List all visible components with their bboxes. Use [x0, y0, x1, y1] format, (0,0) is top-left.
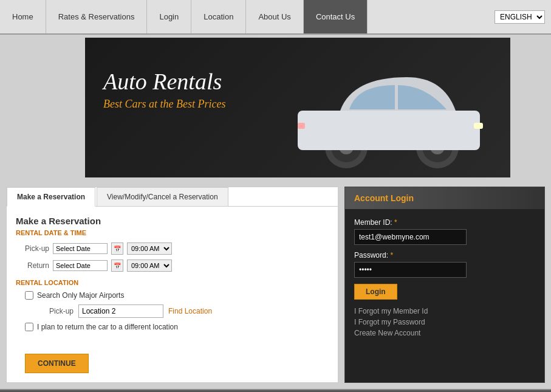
member-id-label: Member ID: * [354, 218, 535, 227]
return-date-input[interactable] [53, 260, 108, 271]
hero-wrapper: Auto Rentals Best Cars at the Best Price… [0, 35, 551, 181]
different-location-checkbox[interactable] [25, 323, 33, 331]
member-id-input[interactable] [354, 229, 467, 245]
login-header-text: Account Login [354, 193, 414, 203]
rental-location-label: RENTAL LOCATION [16, 279, 329, 286]
forgot-password-link[interactable]: I Forgot my Password [354, 318, 535, 326]
return-date-row: Return 📅 09:00 AM 10:00 AM 11:00 AM 12:0… [16, 260, 329, 272]
nav-bar: Home Rates & Reservations Login Location… [0, 0, 551, 35]
password-required-star: * [390, 251, 393, 260]
pickup-location-row: Pick-up Find Location [49, 304, 329, 318]
nav-item-about[interactable]: About Us [246, 0, 303, 33]
svg-rect-6 [298, 111, 480, 150]
forgot-member-link[interactable]: I Forgot my Member Id [354, 307, 535, 315]
pickup-date-row: Pick-up 📅 09:00 AM 10:00 AM 11:00 AM 12:… [16, 242, 329, 255]
member-required-star: * [394, 218, 397, 227]
nav-item-rates[interactable]: Rates & Reservations [46, 0, 148, 33]
password-input[interactable] [354, 262, 467, 278]
hero-text: Auto Rentals Best Cars at the Best Price… [103, 68, 225, 111]
reservation-panel: Make a Reservation View/Modify/Cancel a … [6, 187, 338, 383]
tab-make-reservation[interactable]: Make a Reservation [7, 187, 95, 207]
language-select[interactable]: ENGLISH [495, 10, 545, 24]
airport-checkbox[interactable] [25, 291, 33, 300]
continue-button[interactable]: CONTINUE [25, 354, 89, 373]
login-header: Account Login [345, 187, 544, 209]
reservation-form: Make a Reservation RENTAL DATE & TIME Pi… [7, 207, 338, 382]
nav-item-contact[interactable]: Contact Us [304, 0, 368, 33]
account-login-panel: Account Login Member ID: * Password: * L… [344, 187, 545, 383]
hero-subtitle: Best Cars at the Best Prices [103, 98, 225, 111]
calendar-icon: 📅 [114, 246, 121, 252]
main-content: Make a Reservation View/Modify/Cancel a … [0, 181, 551, 389]
lang-selector-wrapper: ENGLISH [488, 0, 551, 33]
password-label: Password: * [354, 251, 535, 260]
airport-checkbox-row: Search Only Major Airports [25, 291, 329, 300]
pickup-location-label: Pick-up [49, 307, 74, 315]
rental-date-section-label: RENTAL DATE & TIME [16, 229, 329, 236]
pickup-time-select[interactable]: 09:00 AM 10:00 AM 11:00 AM 12:00 PM 01:0… [127, 242, 172, 255]
airport-checkbox-label: Search Only Major Airports [37, 291, 124, 300]
return-calendar-button[interactable]: 📅 [111, 260, 123, 272]
login-body: Member ID: * Password: * Login I Forgot … [345, 209, 544, 349]
hero-banner: Auto Rentals Best Cars at the Best Price… [85, 38, 510, 177]
return-time-select[interactable]: 09:00 AM 10:00 AM 11:00 AM 12:00 PM 01:0… [127, 260, 172, 272]
nav-item-login[interactable]: Login [147, 0, 191, 33]
pickup-calendar-button[interactable]: 📅 [111, 242, 123, 255]
hero-title: Auto Rentals [103, 68, 225, 95]
tab-bar: Make a Reservation View/Modify/Cancel a … [7, 187, 338, 207]
return-label: Return [16, 261, 49, 270]
create-account-link[interactable]: Create New Account [354, 329, 535, 337]
different-location-row: I plan to return the car to a different … [25, 323, 329, 331]
calendar-icon: 📅 [114, 263, 121, 269]
footer: © Copyright 2010 Webmyne Systems Inc. Al… [0, 389, 551, 392]
login-button[interactable]: Login [354, 284, 397, 300]
find-location-link[interactable]: Find Location [168, 307, 212, 315]
pickup-label: Pick-up [16, 244, 49, 253]
nav-item-location[interactable]: Location [191, 0, 246, 33]
svg-rect-8 [298, 123, 305, 129]
pickup-date-input[interactable] [53, 243, 108, 254]
form-title: Make a Reservation [16, 216, 329, 226]
hero-car-image [267, 44, 498, 171]
different-location-label: I plan to return the car to a different … [37, 323, 178, 331]
nav-item-home[interactable]: Home [0, 0, 46, 33]
svg-rect-7 [474, 123, 483, 129]
tab-view-modify-cancel[interactable]: View/Modify/Cancel a Reservation [97, 187, 228, 206]
pickup-location-input[interactable] [78, 304, 163, 318]
